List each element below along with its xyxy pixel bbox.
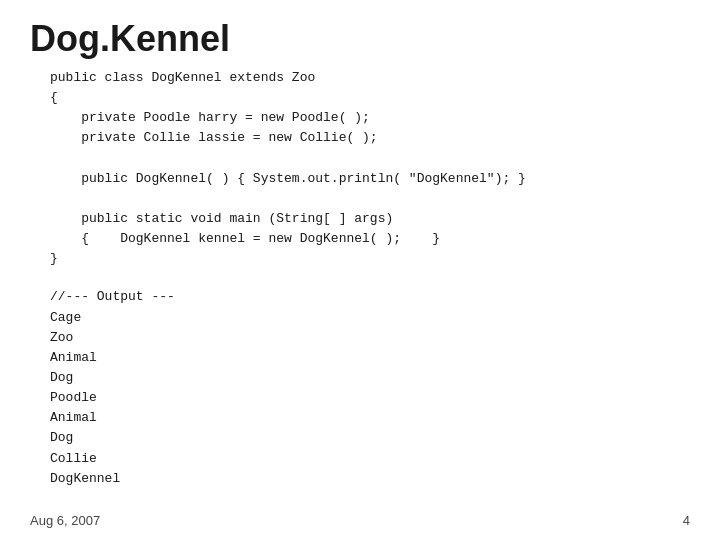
footer-date: Aug 6, 2007 (30, 513, 100, 528)
code-class-definition: public class DogKennel extends Zoo { pri… (50, 68, 670, 269)
footer-page-number: 4 (683, 513, 690, 528)
code-output-section: //--- Output --- Cage Zoo Animal Dog Poo… (50, 287, 670, 488)
page-title: Dog.Kennel (0, 0, 720, 68)
